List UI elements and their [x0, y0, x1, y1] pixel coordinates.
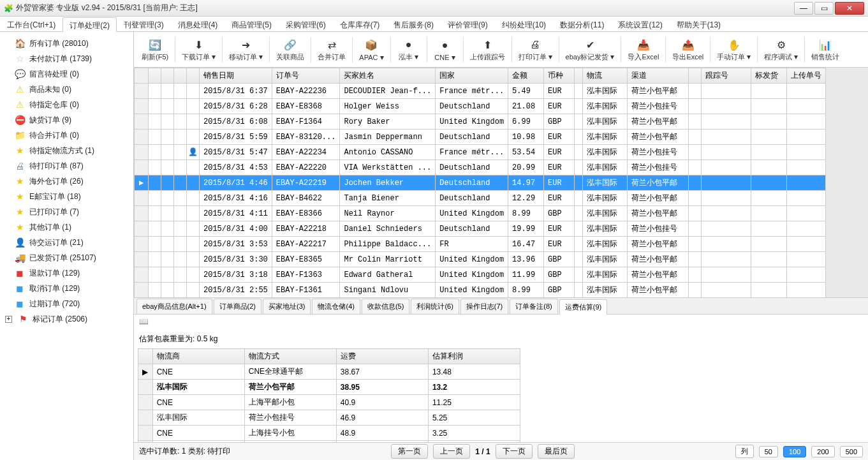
- menu-tab-7[interactable]: 售后服务(8): [386, 17, 441, 31]
- toolbar-程序调试[interactable]: ⚙程序调试 ▾: [760, 36, 802, 63]
- book-icon[interactable]: 📖: [139, 317, 149, 327]
- detail-tab-7[interactable]: 订单备注(8): [510, 299, 557, 314]
- toolbar-导出Excel[interactable]: 📤导出Excel: [668, 36, 707, 63]
- pagesize-200[interactable]: 200: [811, 446, 834, 457]
- sidebar-item-5[interactable]: ⛔缺货订单 (9): [3, 112, 131, 128]
- detail-tab-2[interactable]: 买家地址(3): [263, 299, 311, 314]
- detail-tab-4[interactable]: 收款信息(5): [362, 299, 409, 314]
- table-row[interactable]: 2015/8/31 2:55EBAY-F1361Singani NdlovuUn…: [135, 283, 826, 298]
- ship-row[interactable]: ▶CNECNE全球通平邮38.6713.48: [138, 364, 520, 380]
- col-订单号[interactable]: 订单号: [272, 68, 340, 84]
- toolbar-销售统计[interactable]: 📊销售统计: [807, 36, 843, 63]
- sidebar-item-8[interactable]: 🖨待打印订单 (87): [3, 158, 131, 174]
- detail-tab-5[interactable]: 利润统计(6): [411, 299, 459, 314]
- sidebar-item-18[interactable]: +⚑标记订单 (2506): [3, 311, 131, 327]
- table-row[interactable]: 2015/8/31 4:11EBAY-E8366Neil RaynorUnite…: [135, 206, 826, 221]
- sidebar-item-14[interactable]: 🚚已发货订单 (25107): [3, 250, 131, 265]
- col-国家[interactable]: 国家: [436, 68, 508, 84]
- toolbar-刷新(F5)[interactable]: 🔄刷新(F5): [138, 36, 172, 63]
- sidebar-item-3[interactable]: ⚠商品未知 (0): [3, 82, 131, 97]
- toolbar-CNE[interactable]: ●CNE ▾: [430, 36, 460, 63]
- close-button[interactable]: ✕: [835, 2, 864, 15]
- ship-row[interactable]: 泓丰国际荷兰小包挂号46.95.25: [138, 410, 520, 426]
- table-row[interactable]: 2015/8/31 6:08EBAY-F1364Rory BakerUnited…: [135, 114, 826, 130]
- col-[interactable]: [575, 68, 583, 84]
- menu-tab-10[interactable]: 数据分析(11): [553, 17, 611, 31]
- ship-row[interactable]: CNE上海挂号小包48.93.25: [138, 426, 520, 441]
- sidebar-item-12[interactable]: ★其他订单 (1): [3, 219, 131, 235]
- menu-tab-12[interactable]: 帮助关于(13): [670, 17, 728, 31]
- columns-button[interactable]: 列: [735, 445, 754, 458]
- ship-table[interactable]: 物流商物流方式运费估算利润▶CNECNE全球通平邮38.6713.48泓丰国际荷…: [138, 348, 520, 442]
- sidebar-item-0[interactable]: 🏠所有订单 (28010): [3, 36, 131, 51]
- order-grid[interactable]: 销售日期订单号买家姓名国家金额币种物流渠道跟踪号标发货上传单号2015/8/31…: [134, 68, 826, 298]
- table-row[interactable]: 2015/8/31 4:00EBAY-A22218Daniel Schniede…: [135, 221, 826, 237]
- table-row[interactable]: 👤2015/8/31 5:47EBAY-A22234Antonio CASSAN…: [135, 145, 826, 160]
- menu-tab-1[interactable]: 订单处理(2): [63, 17, 117, 32]
- ship-col[interactable]: 运费: [336, 349, 428, 364]
- sidebar-item-4[interactable]: ⚠待指定仓库 (0): [3, 97, 131, 112]
- sidebar-item-9[interactable]: ★海外仓订单 (26): [3, 174, 131, 189]
- next-page-button[interactable]: 下一页: [496, 444, 533, 459]
- menu-tab-6[interactable]: 仓库库存(7): [333, 17, 387, 31]
- first-page-button[interactable]: 第一页: [391, 444, 428, 459]
- toolbar-关联商品[interactable]: 🔗关联商品: [272, 36, 308, 63]
- pagesize-500[interactable]: 500: [840, 446, 863, 457]
- col-跟踪号[interactable]: 跟踪号: [702, 68, 751, 84]
- ship-row[interactable]: CNE上海平邮小包40.911.25: [138, 395, 520, 410]
- toolbar-导入Excel[interactable]: 📥导入Excel: [624, 36, 663, 63]
- sidebar-item-15[interactable]: ◼退款订单 (129): [3, 265, 131, 281]
- maximize-button[interactable]: ▭: [814, 2, 834, 15]
- ship-row[interactable]: 泓丰国际荷兰小包平邮38.9513.2: [138, 380, 520, 395]
- toolbar-下载订单[interactable]: ⬇下载订单 ▾: [178, 36, 219, 63]
- table-row[interactable]: 2015/8/31 3:30EBAY-E8365Mr Colin Marriot…: [135, 252, 826, 267]
- menu-tab-4[interactable]: 商品管理(5): [224, 17, 279, 31]
- toolbar-打印订单[interactable]: 🖨打印订单 ▾: [515, 36, 556, 63]
- order-grid-wrap[interactable]: 销售日期订单号买家姓名国家金额币种物流渠道跟踪号标发货上传单号2015/8/31…: [134, 68, 868, 298]
- sidebar-item-1[interactable]: ☆未付款订单 (1739): [3, 51, 131, 66]
- menu-tab-9[interactable]: 纠纷处理(10): [495, 17, 553, 31]
- sidebar-item-13[interactable]: 👤待交运订单 (21): [3, 235, 131, 250]
- table-row[interactable]: 2015/8/31 3:53EBAY-A22217Philippe Baldac…: [135, 237, 826, 252]
- menu-tab-11[interactable]: 系统设置(12): [611, 17, 669, 31]
- ship-col[interactable]: 估算利润: [428, 349, 520, 364]
- detail-tab-8[interactable]: 运费估算(9): [559, 299, 607, 315]
- detail-tab-1[interactable]: 订单商品(2): [214, 299, 261, 314]
- table-row[interactable]: 2015/8/31 5:59EBAY-83120...Jasmin Depper…: [135, 130, 826, 145]
- table-row[interactable]: 2015/8/31 3:18EBAY-F1363Edward GatheralU…: [135, 267, 826, 283]
- ship-col[interactable]: 物流商: [152, 349, 244, 364]
- pagesize-100[interactable]: 100: [783, 446, 806, 457]
- ship-col[interactable]: 物流方式: [244, 349, 336, 364]
- col-上传单号[interactable]: 上传单号: [787, 68, 826, 84]
- toolbar-APAC[interactable]: 📦APAC ▾: [355, 36, 387, 63]
- last-page-button[interactable]: 最后页: [538, 444, 575, 459]
- col-标发货[interactable]: 标发货: [751, 68, 787, 84]
- detail-tab-3[interactable]: 物流仓储(4): [312, 299, 360, 314]
- col-物流[interactable]: 物流: [583, 68, 628, 84]
- col-金额[interactable]: 金额: [508, 68, 544, 84]
- prev-page-button[interactable]: 上一页: [433, 444, 470, 459]
- col-渠道[interactable]: 渠道: [628, 68, 689, 84]
- menu-tab-2[interactable]: 刊登管理(3): [117, 17, 171, 31]
- ship-table-wrap[interactable]: 物流商物流方式运费估算利润▶CNECNE全球通平邮38.6713.48泓丰国际荷…: [134, 348, 868, 442]
- toolbar-合并订单[interactable]: ⇄合并订单: [314, 36, 349, 63]
- sidebar-item-2[interactable]: 💬留言待处理 (0): [3, 66, 131, 82]
- sidebar-item-17[interactable]: ◼过期订单 (720): [3, 296, 131, 311]
- sidebar-item-6[interactable]: 📁待合并订单 (0): [3, 128, 131, 143]
- sidebar-item-11[interactable]: ★已打印订单 (7): [3, 204, 131, 219]
- toolbar-ebay标记发货[interactable]: ✔ebay标记发货 ▾: [562, 36, 619, 63]
- toolbar-上传跟踪号[interactable]: ⬆上传跟踪号: [466, 36, 509, 63]
- menu-tab-8[interactable]: 评价管理(9): [441, 17, 495, 31]
- pagesize-50[interactable]: 50: [759, 446, 778, 457]
- expand-icon[interactable]: +: [5, 316, 12, 323]
- table-row[interactable]: 2015/8/31 4:16EBAY-B4622Tanja BienerDeut…: [135, 191, 826, 206]
- detail-tab-0[interactable]: ebay商品信息(Alt+1): [136, 299, 212, 314]
- minimize-button[interactable]: —: [794, 2, 813, 15]
- sidebar-item-10[interactable]: ★E邮宝订单 (18): [3, 189, 131, 204]
- toolbar-泓丰[interactable]: ●泓丰 ▾: [394, 36, 424, 63]
- toolbar-移动订单[interactable]: ➜移动订单 ▾: [225, 36, 267, 63]
- table-row[interactable]: ▶2015/8/31 4:46EBAY-A22219Jochen BekkerD…: [135, 175, 826, 191]
- sidebar-item-16[interactable]: ◼取消订单 (129): [3, 281, 131, 296]
- table-row[interactable]: 2015/8/31 6:37EBAY-A22236DECOUDIER Jean-…: [135, 84, 826, 99]
- table-row[interactable]: 2015/8/31 6:28EBAY-E8368Holger WeissDeut…: [135, 99, 826, 114]
